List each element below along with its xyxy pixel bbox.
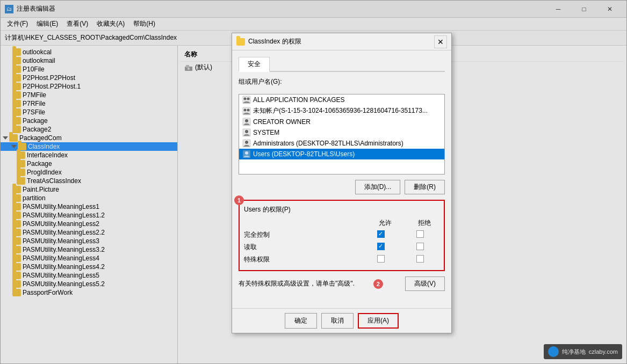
advanced-text: 有关特殊权限或高级设置，请单击"高级".: [239, 279, 355, 288]
add-user-button[interactable]: 添加(D)...: [355, 180, 401, 194]
dialog-overlay: ClassIndex 的权限 ✕ 安全 组或用户名(G):: [1, 1, 626, 363]
user-label: Users (DESKTOP-82TLHLS\Users): [253, 150, 355, 158]
group-icon: [242, 96, 251, 104]
table-row: 特殊权限: [244, 253, 439, 266]
dialog-content: 安全 组或用户名(G):: [232, 50, 451, 308]
checked-checkbox: [377, 230, 385, 238]
user-label: CREATOR OWNER: [253, 118, 311, 126]
permissions-section: 1 Users 的权限(P) 允许 拒绝 完全控制: [239, 200, 445, 271]
perm-section-label: Users 的权限(P): [244, 205, 439, 214]
user-item[interactable]: Administrators (DESKTOP-82TLHLS\Administ…: [239, 138, 444, 149]
tab-security[interactable]: 安全: [239, 57, 270, 72]
user-icon: [242, 139, 251, 148]
user-item[interactable]: 未知帐户(S-1-15-3-1024-1065365936-1281604716…: [239, 105, 444, 117]
tab-bar: 安全: [239, 57, 445, 72]
dialog-title-bar: ClassIndex 的权限 ✕: [232, 33, 451, 50]
apply-button[interactable]: 应用(A): [358, 313, 399, 329]
user-icon: [242, 128, 251, 137]
unchecked-checkbox: [416, 255, 424, 263]
permissions-dialog: ClassIndex 的权限 ✕ 安全 组或用户名(G):: [232, 33, 452, 333]
svg-point-10: [245, 119, 248, 122]
user-label: ALL APPLICATION PACKAGES: [253, 96, 345, 104]
svg-point-14: [245, 141, 248, 144]
svg-point-4: [244, 98, 247, 100]
svg-point-7: [244, 108, 247, 111]
svg-point-8: [247, 108, 250, 111]
checked-checkbox: [377, 243, 385, 250]
dialog-bottom: 确定 取消 应用(A): [232, 308, 451, 333]
user-label: 未知帐户(S-1-15-3-1024-1065365936-1281604716…: [253, 106, 428, 115]
group-icon: [242, 107, 251, 115]
user-icon: [242, 118, 251, 126]
table-row: 完全控制: [244, 229, 439, 241]
advanced-row: 有关特殊权限或高级设置，请单击"高级". 2 高级(V): [239, 276, 445, 291]
dialog-title: ClassIndex 的权限: [248, 37, 301, 46]
deny-checkbox[interactable]: [400, 241, 439, 253]
add-remove-row: 添加(D)... 删除(R): [239, 180, 445, 194]
user-icon: [242, 150, 251, 158]
unchecked-checkbox: [416, 230, 424, 238]
table-row: 读取: [244, 241, 439, 253]
svg-point-5: [247, 98, 250, 100]
permissions-table: 允许 拒绝 完全控制: [244, 217, 439, 266]
step-2-indicator: 2: [373, 279, 383, 289]
allow-checkbox[interactable]: [361, 253, 400, 266]
users-list[interactable]: ALL APPLICATION PACKAGES 未知帐户(S: [239, 94, 445, 174]
user-item[interactable]: CREATOR OWNER: [239, 117, 444, 127]
svg-point-16: [245, 151, 248, 155]
perm-name: 读取: [244, 241, 361, 253]
user-item[interactable]: ALL APPLICATION PACKAGES: [239, 94, 444, 105]
user-item-selected[interactable]: Users (DESKTOP-82TLHLS\Users): [239, 149, 444, 159]
dialog-close-button[interactable]: ✕: [434, 35, 447, 48]
step-1-indicator: 1: [234, 195, 244, 205]
allow-checkbox[interactable]: [361, 229, 400, 241]
group-label: 组或用户名(G):: [239, 77, 445, 86]
deny-column-header: 拒绝: [400, 217, 439, 229]
deny-checkbox[interactable]: [400, 253, 439, 266]
main-window: 🗂 注册表编辑器 ─ □ ✕ 文件(F) 编辑(E) 查看(V) 收藏夹(A) …: [0, 0, 627, 364]
dialog-title-left: ClassIndex 的权限: [236, 37, 301, 46]
allow-column-header: 允许: [361, 217, 400, 229]
allow-checkbox[interactable]: [361, 241, 400, 253]
unchecked-checkbox: [377, 255, 385, 263]
perm-name: 完全控制: [244, 229, 361, 241]
user-label: Administrators (DESKTOP-82TLHLS\Administ…: [253, 140, 403, 147]
cancel-button[interactable]: 取消: [321, 313, 354, 329]
advanced-button[interactable]: 高级(V): [405, 276, 445, 291]
dialog-folder-icon: [236, 38, 245, 46]
user-item[interactable]: SYSTEM: [239, 127, 444, 138]
svg-point-12: [245, 130, 248, 133]
user-label: SYSTEM: [253, 129, 279, 136]
unchecked-checkbox: [416, 243, 424, 250]
ok-button[interactable]: 确定: [285, 313, 317, 329]
remove-user-button[interactable]: 删除(R): [405, 180, 445, 194]
deny-checkbox[interactable]: [400, 229, 439, 241]
perm-name: 特殊权限: [244, 253, 361, 266]
